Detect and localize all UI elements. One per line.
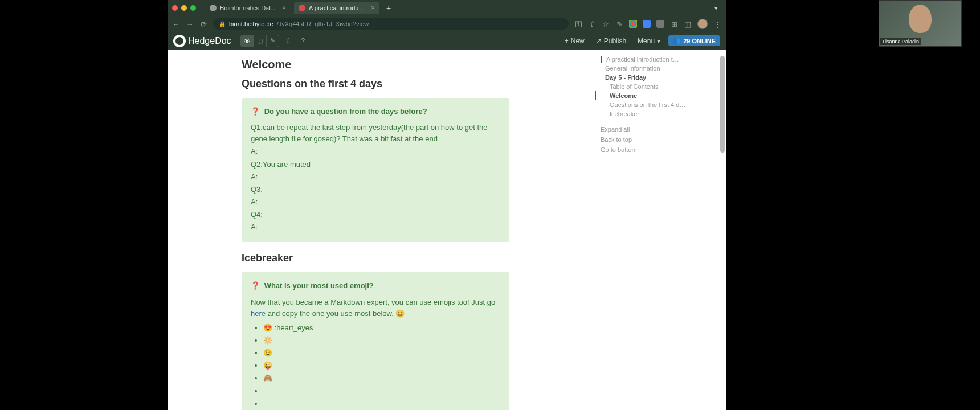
url-domain: biont.biobyte.de bbox=[229, 20, 273, 27]
window-controls bbox=[172, 5, 196, 11]
sidepanel-icon[interactable]: ◫ bbox=[684, 20, 692, 28]
q4: Q4: bbox=[251, 209, 500, 220]
participant-face bbox=[909, 5, 932, 33]
a2: A: bbox=[251, 171, 500, 183]
new-tab-button[interactable]: + bbox=[383, 3, 394, 13]
view-mode-edit[interactable]: ✎ bbox=[266, 35, 279, 47]
bookmark-icon[interactable]: ☆ bbox=[602, 20, 610, 28]
table-of-contents: A practical introduction t… General info… bbox=[601, 56, 726, 155]
question-mark-icon: ❓ bbox=[251, 107, 260, 116]
maximize-window-icon[interactable] bbox=[190, 5, 196, 11]
toc-item[interactable]: Day 5 - Friday bbox=[595, 73, 714, 82]
question-mark-icon: ❓ bbox=[251, 281, 260, 290]
toc-expand-all[interactable]: Expand all bbox=[601, 124, 714, 134]
participant-name: Lisanna Paladin bbox=[880, 38, 921, 45]
users-icon: 👥 bbox=[673, 37, 681, 44]
key-icon[interactable]: ⚿ bbox=[574, 20, 582, 28]
list-item bbox=[263, 397, 500, 410]
questions-box: ❓ Do you have a question from the days b… bbox=[242, 98, 509, 242]
reload-button[interactable]: ⟳ bbox=[199, 20, 207, 28]
toc-item[interactable]: Icebreaker bbox=[595, 109, 714, 118]
tab-bioinformatics[interactable]: Bioinformatics Data Types and × bbox=[205, 2, 291, 14]
extension-icon[interactable] bbox=[629, 20, 637, 28]
share-icon[interactable]: ⇧ bbox=[588, 20, 596, 28]
toolbar-icons: ⚿ ⇧ ☆ ✎ ⊞ ◫ ⋮ bbox=[574, 19, 721, 29]
lock-icon: 🔒 bbox=[219, 21, 226, 27]
heading-welcome: Welcome bbox=[242, 58, 652, 71]
toc-root[interactable]: A practical introduction t… bbox=[601, 56, 714, 63]
tab-title: Bioinformatics Data Types and bbox=[220, 5, 279, 11]
a4: A: bbox=[251, 222, 500, 233]
close-window-icon[interactable] bbox=[172, 5, 178, 11]
address-bar[interactable]: 🔒 biont.biobyte.de/JvXq44sER_qfh-1J_Xiwb… bbox=[213, 18, 569, 30]
toc-item[interactable]: Welcome bbox=[595, 91, 714, 100]
tab-favicon bbox=[210, 5, 217, 11]
toc-back-to-top[interactable]: Back to top bbox=[601, 134, 714, 145]
back-button[interactable]: ← bbox=[172, 20, 180, 28]
heading-questions: Questions on the first 4 days bbox=[242, 78, 652, 90]
help-icon[interactable]: ? bbox=[299, 37, 308, 45]
here-link[interactable]: here bbox=[251, 309, 266, 318]
close-tab-icon[interactable]: × bbox=[282, 4, 286, 12]
tab-hedgedoc[interactable]: A practical introduction to bio × bbox=[294, 2, 379, 14]
toc-item[interactable]: General information bbox=[595, 64, 714, 73]
icebreaker-prompt: ❓ What is your most used emoji? bbox=[251, 280, 500, 292]
a3: A: bbox=[251, 196, 500, 208]
publish-button[interactable]: ↗Publish bbox=[593, 37, 630, 45]
document: Welcome Questions on the first 4 days ❓ … bbox=[242, 50, 652, 410]
a1: A: bbox=[251, 146, 500, 157]
url-bar: ← → ⟳ 🔒 biont.biobyte.de/JvXq44sER_qfh-1… bbox=[168, 16, 726, 32]
list-item: 🔆 bbox=[263, 334, 500, 347]
menu-dropdown[interactable]: Menu▾ bbox=[634, 37, 664, 45]
scrollbar-thumb[interactable] bbox=[720, 56, 725, 153]
heading-icebreaker: Icebreaker bbox=[242, 252, 652, 264]
tabs-dropdown-icon[interactable]: ▾ bbox=[711, 5, 721, 12]
q2: Q2:You are muted bbox=[251, 159, 500, 170]
tab-title: A practical introduction to bio bbox=[309, 5, 368, 11]
q3: Q3: bbox=[251, 184, 500, 195]
browser-window: Bioinformatics Data Types and × A practi… bbox=[168, 0, 726, 410]
emoji-list: 😍 :heart_eyes 🔆 😉 😜 🙈 bbox=[251, 322, 500, 410]
extensions-puzzle-icon[interactable]: ⊞ bbox=[670, 20, 678, 28]
list-item bbox=[263, 385, 500, 397]
document-viewport: Welcome Questions on the first 4 days ❓ … bbox=[168, 50, 726, 410]
url-path: /JvXq44sER_qfh-1J_Xiwbg?view bbox=[277, 20, 369, 27]
toc-go-to-bottom[interactable]: Go to bottom bbox=[601, 145, 714, 155]
extension-icon[interactable] bbox=[643, 20, 651, 28]
icebreaker-intro: Now that you became a Markdown expert, y… bbox=[251, 297, 500, 319]
toc-item[interactable]: Table of Contents bbox=[595, 82, 714, 91]
list-item: 😜 bbox=[263, 359, 500, 372]
tab-favicon bbox=[299, 5, 305, 11]
pen-icon[interactable]: ✎ bbox=[615, 20, 623, 28]
view-mode-split[interactable]: ◫ bbox=[254, 35, 266, 47]
close-tab-icon[interactable]: × bbox=[371, 4, 375, 12]
list-item: 😉 bbox=[263, 347, 500, 359]
minimize-window-icon[interactable] bbox=[181, 5, 187, 11]
brand-name: HedgeDoc bbox=[188, 36, 231, 46]
hedgedoc-logo-icon bbox=[173, 35, 186, 47]
view-mode-toggle: 👁 ◫ ✎ bbox=[240, 35, 279, 47]
forward-button[interactable]: → bbox=[186, 20, 194, 28]
video-call-thumbnail[interactable]: Lisanna Paladin bbox=[879, 0, 962, 47]
list-item: 🙈 bbox=[263, 372, 500, 384]
new-button[interactable]: +New bbox=[561, 37, 588, 45]
tab-strip: Bioinformatics Data Types and × A practi… bbox=[168, 0, 726, 16]
profile-avatar[interactable] bbox=[697, 19, 708, 29]
view-mode-eye[interactable]: 👁 bbox=[241, 35, 254, 47]
toc-item[interactable]: Questions on the first 4 d… bbox=[595, 100, 714, 109]
list-item: 😍 :heart_eyes bbox=[263, 322, 500, 334]
app-header: HedgeDoc 👁 ◫ ✎ ☾ ? +New ↗Publish Menu▾ 👥… bbox=[168, 32, 726, 50]
icebreaker-box: ❓ What is your most used emoji? Now that… bbox=[242, 272, 509, 410]
dark-mode-icon[interactable]: ☾ bbox=[284, 37, 295, 45]
online-count-badge[interactable]: 👥 29 ONLINE bbox=[668, 35, 720, 46]
questions-prompt: ❓ Do you have a question from the days b… bbox=[251, 106, 500, 117]
q1: Q1:can be repeat the last step from yest… bbox=[251, 122, 500, 145]
brand[interactable]: HedgeDoc bbox=[173, 35, 231, 47]
extension-icon[interactable] bbox=[656, 20, 664, 28]
menu-kebab-icon[interactable]: ⋮ bbox=[713, 20, 721, 28]
online-count: 29 ONLINE bbox=[683, 38, 716, 44]
